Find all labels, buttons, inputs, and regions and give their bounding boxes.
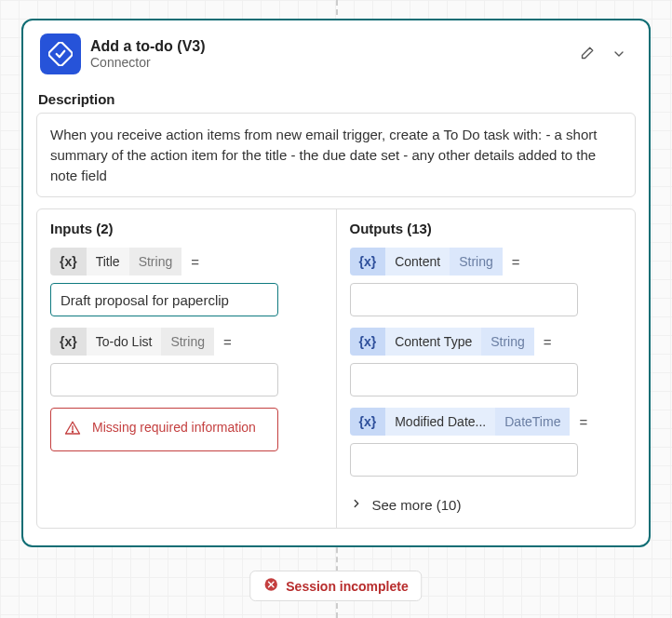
param-pill[interactable]: {x} Content Type String (350, 328, 534, 356)
param-pill[interactable]: {x} To-do List String (50, 328, 214, 356)
param-name: Title (87, 248, 129, 275)
token-icon: {x} (350, 408, 386, 436)
input-value-field[interactable] (50, 363, 278, 396)
error-text: Missing required information (92, 420, 256, 435)
token-icon: {x} (350, 248, 386, 275)
param-pill[interactable]: {x} Modified Date... DateTime (350, 408, 571, 436)
session-status-text: Session incomplete (286, 579, 408, 594)
warning-icon (64, 420, 81, 439)
description-label: Description (36, 86, 636, 113)
equals-sign: = (577, 414, 589, 430)
param-pill[interactable]: {x} Title String (50, 248, 181, 275)
inputs-title: Inputs (2) (50, 221, 323, 236)
output-value-field[interactable] (350, 283, 578, 316)
card-title: Add a to-do (V3) (90, 38, 569, 55)
error-circle-icon (263, 577, 278, 595)
output-param: {x} Content Type String = (350, 328, 623, 396)
card-header: Add a to-do (V3) Connector (36, 30, 636, 86)
connector-icon (40, 34, 81, 74)
token-icon: {x} (50, 248, 87, 275)
token-icon: {x} (350, 328, 386, 356)
param-type: String (129, 248, 182, 275)
inputs-panel: Inputs (2) {x} Title String = {x} To-d (37, 209, 336, 528)
param-type: String (450, 248, 503, 275)
param-pill[interactable]: {x} Content String (350, 248, 503, 275)
param-type: String (161, 328, 214, 356)
description-text: When you receive action items from new e… (36, 113, 636, 197)
param-name: Content Type (385, 328, 481, 356)
equals-sign: = (189, 254, 201, 270)
equals-sign: = (222, 334, 234, 350)
see-more-button[interactable]: See more (10) (350, 488, 623, 513)
equals-sign: = (510, 254, 522, 270)
param-name: Modified Date... (385, 408, 495, 436)
output-value-field[interactable] (350, 443, 578, 477)
card-subtitle: Connector (90, 55, 569, 70)
input-value-field[interactable] (50, 283, 278, 316)
input-param: {x} To-do List String = (50, 328, 323, 396)
output-value-field[interactable] (350, 363, 578, 396)
param-name: Content (385, 248, 450, 275)
outputs-title: Outputs (13) (350, 221, 623, 236)
chevron-down-icon[interactable] (612, 47, 626, 61)
token-icon: {x} (50, 328, 87, 356)
outputs-panel: Outputs (13) {x} Content String = {x} (336, 209, 636, 528)
see-more-label: See more (10) (372, 497, 462, 513)
param-name: To-do List (87, 328, 162, 356)
output-param: {x} Modified Date... DateTime = (350, 408, 623, 477)
action-card: Add a to-do (V3) Connector Description W… (21, 19, 651, 547)
error-message: Missing required information (50, 408, 278, 451)
svg-point-2 (72, 431, 73, 432)
param-type: DateTime (495, 408, 570, 436)
svg-rect-0 (48, 42, 73, 66)
session-status-chip[interactable]: Session incomplete (249, 571, 422, 601)
param-type: String (481, 328, 534, 356)
equals-sign: = (542, 334, 554, 350)
chevron-right-icon (350, 497, 363, 513)
edit-icon[interactable] (578, 46, 595, 62)
input-param: {x} Title String = (50, 248, 323, 316)
output-param: {x} Content String = (350, 248, 623, 316)
